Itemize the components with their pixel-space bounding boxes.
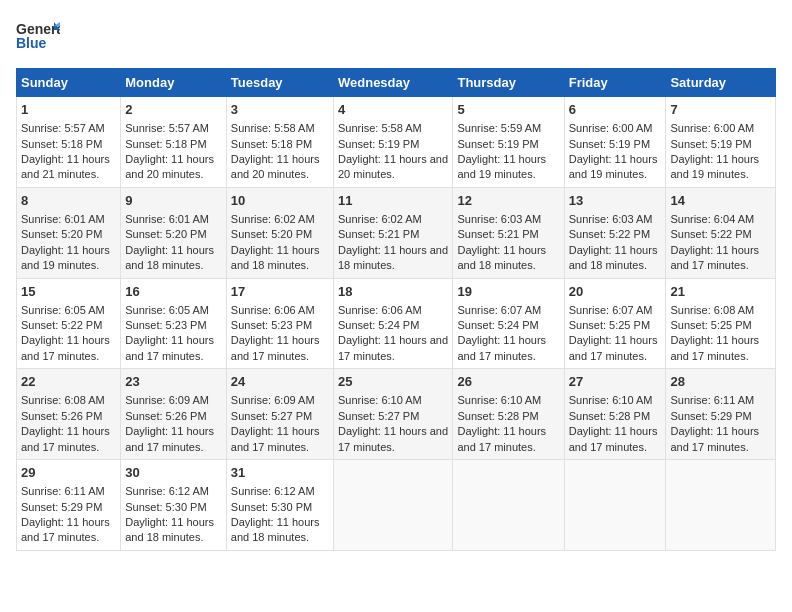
day-cell-17: 17Sunrise: 6:06 AMSunset: 5:23 PMDayligh…	[226, 278, 333, 369]
sunrise-label: Sunrise: 6:11 AM	[670, 394, 754, 406]
sunrise-label: Sunrise: 5:57 AM	[21, 122, 105, 134]
sunset-label: Sunset: 5:26 PM	[125, 410, 206, 422]
day-cell-12: 12Sunrise: 6:03 AMSunset: 5:21 PMDayligh…	[453, 187, 564, 278]
week-row-4: 22Sunrise: 6:08 AMSunset: 5:26 PMDayligh…	[17, 369, 776, 460]
day-number: 8	[21, 192, 116, 210]
calendar-header-row: SundayMondayTuesdayWednesdayThursdayFrid…	[17, 69, 776, 97]
day-cell-22: 22Sunrise: 6:08 AMSunset: 5:26 PMDayligh…	[17, 369, 121, 460]
day-cell-28: 28Sunrise: 6:11 AMSunset: 5:29 PMDayligh…	[666, 369, 776, 460]
daylight-label: Daylight: 11 hours and 17 minutes.	[125, 334, 214, 361]
daylight-label: Daylight: 11 hours and 20 minutes.	[338, 153, 448, 180]
sunset-label: Sunset: 5:20 PM	[21, 228, 102, 240]
daylight-label: Daylight: 11 hours and 17 minutes.	[670, 425, 759, 452]
sunset-label: Sunset: 5:29 PM	[21, 501, 102, 513]
sunrise-label: Sunrise: 6:08 AM	[21, 394, 105, 406]
day-number: 4	[338, 101, 448, 119]
page-header: General Blue	[16, 16, 776, 56]
daylight-label: Daylight: 11 hours and 17 minutes.	[670, 334, 759, 361]
day-cell-29: 29Sunrise: 6:11 AMSunset: 5:29 PMDayligh…	[17, 460, 121, 551]
sunset-label: Sunset: 5:21 PM	[338, 228, 419, 240]
day-number: 1	[21, 101, 116, 119]
day-number: 9	[125, 192, 222, 210]
day-number: 22	[21, 373, 116, 391]
daylight-label: Daylight: 11 hours and 17 minutes.	[338, 334, 448, 361]
col-header-thursday: Thursday	[453, 69, 564, 97]
daylight-label: Daylight: 11 hours and 19 minutes.	[670, 153, 759, 180]
day-cell-21: 21Sunrise: 6:08 AMSunset: 5:25 PMDayligh…	[666, 278, 776, 369]
sunrise-label: Sunrise: 6:10 AM	[457, 394, 541, 406]
sunset-label: Sunset: 5:27 PM	[231, 410, 312, 422]
sunset-label: Sunset: 5:19 PM	[457, 138, 538, 150]
day-number: 15	[21, 283, 116, 301]
day-number: 3	[231, 101, 329, 119]
day-number: 5	[457, 101, 559, 119]
sunrise-label: Sunrise: 6:06 AM	[338, 304, 422, 316]
day-cell-16: 16Sunrise: 6:05 AMSunset: 5:23 PMDayligh…	[121, 278, 227, 369]
sunrise-label: Sunrise: 6:02 AM	[338, 213, 422, 225]
sunset-label: Sunset: 5:28 PM	[569, 410, 650, 422]
sunrise-label: Sunrise: 6:04 AM	[670, 213, 754, 225]
daylight-label: Daylight: 11 hours and 19 minutes.	[21, 244, 110, 271]
daylight-label: Daylight: 11 hours and 17 minutes.	[21, 516, 110, 543]
daylight-label: Daylight: 11 hours and 19 minutes.	[569, 153, 658, 180]
sunset-label: Sunset: 5:20 PM	[125, 228, 206, 240]
sunset-label: Sunset: 5:18 PM	[231, 138, 312, 150]
sunset-label: Sunset: 5:23 PM	[125, 319, 206, 331]
col-header-saturday: Saturday	[666, 69, 776, 97]
sunrise-label: Sunrise: 6:12 AM	[125, 485, 209, 497]
week-row-1: 1Sunrise: 5:57 AMSunset: 5:18 PMDaylight…	[17, 97, 776, 188]
col-header-friday: Friday	[564, 69, 666, 97]
daylight-label: Daylight: 11 hours and 17 minutes.	[457, 425, 546, 452]
day-cell-20: 20Sunrise: 6:07 AMSunset: 5:25 PMDayligh…	[564, 278, 666, 369]
sunrise-label: Sunrise: 6:10 AM	[569, 394, 653, 406]
sunrise-label: Sunrise: 6:07 AM	[569, 304, 653, 316]
empty-cell	[453, 460, 564, 551]
day-number: 2	[125, 101, 222, 119]
day-cell-6: 6Sunrise: 6:00 AMSunset: 5:19 PMDaylight…	[564, 97, 666, 188]
daylight-label: Daylight: 11 hours and 18 minutes.	[338, 244, 448, 271]
sunset-label: Sunset: 5:29 PM	[670, 410, 751, 422]
sunset-label: Sunset: 5:28 PM	[457, 410, 538, 422]
sunrise-label: Sunrise: 6:12 AM	[231, 485, 315, 497]
day-cell-4: 4Sunrise: 5:58 AMSunset: 5:19 PMDaylight…	[333, 97, 452, 188]
sunrise-label: Sunrise: 6:07 AM	[457, 304, 541, 316]
day-number: 29	[21, 464, 116, 482]
sunset-label: Sunset: 5:30 PM	[231, 501, 312, 513]
col-header-wednesday: Wednesday	[333, 69, 452, 97]
daylight-label: Daylight: 11 hours and 17 minutes.	[457, 334, 546, 361]
day-cell-8: 8Sunrise: 6:01 AMSunset: 5:20 PMDaylight…	[17, 187, 121, 278]
day-cell-27: 27Sunrise: 6:10 AMSunset: 5:28 PMDayligh…	[564, 369, 666, 460]
day-cell-30: 30Sunrise: 6:12 AMSunset: 5:30 PMDayligh…	[121, 460, 227, 551]
sunset-label: Sunset: 5:21 PM	[457, 228, 538, 240]
day-cell-31: 31Sunrise: 6:12 AMSunset: 5:30 PMDayligh…	[226, 460, 333, 551]
empty-cell	[333, 460, 452, 551]
daylight-label: Daylight: 11 hours and 17 minutes.	[125, 425, 214, 452]
day-cell-10: 10Sunrise: 6:02 AMSunset: 5:20 PMDayligh…	[226, 187, 333, 278]
sunset-label: Sunset: 5:19 PM	[569, 138, 650, 150]
day-number: 18	[338, 283, 448, 301]
day-number: 26	[457, 373, 559, 391]
day-number: 13	[569, 192, 662, 210]
sunset-label: Sunset: 5:24 PM	[457, 319, 538, 331]
day-cell-5: 5Sunrise: 5:59 AMSunset: 5:19 PMDaylight…	[453, 97, 564, 188]
day-number: 21	[670, 283, 771, 301]
day-cell-3: 3Sunrise: 5:58 AMSunset: 5:18 PMDaylight…	[226, 97, 333, 188]
sunrise-label: Sunrise: 6:08 AM	[670, 304, 754, 316]
day-cell-15: 15Sunrise: 6:05 AMSunset: 5:22 PMDayligh…	[17, 278, 121, 369]
daylight-label: Daylight: 11 hours and 17 minutes.	[231, 334, 320, 361]
daylight-label: Daylight: 11 hours and 18 minutes.	[569, 244, 658, 271]
day-number: 25	[338, 373, 448, 391]
day-cell-9: 9Sunrise: 6:01 AMSunset: 5:20 PMDaylight…	[121, 187, 227, 278]
empty-cell	[666, 460, 776, 551]
day-cell-13: 13Sunrise: 6:03 AMSunset: 5:22 PMDayligh…	[564, 187, 666, 278]
empty-cell	[564, 460, 666, 551]
sunset-label: Sunset: 5:25 PM	[670, 319, 751, 331]
week-row-5: 29Sunrise: 6:11 AMSunset: 5:29 PMDayligh…	[17, 460, 776, 551]
day-cell-1: 1Sunrise: 5:57 AMSunset: 5:18 PMDaylight…	[17, 97, 121, 188]
sunset-label: Sunset: 5:18 PM	[21, 138, 102, 150]
sunset-label: Sunset: 5:23 PM	[231, 319, 312, 331]
sunset-label: Sunset: 5:30 PM	[125, 501, 206, 513]
sunset-label: Sunset: 5:19 PM	[338, 138, 419, 150]
day-number: 27	[569, 373, 662, 391]
day-cell-24: 24Sunrise: 6:09 AMSunset: 5:27 PMDayligh…	[226, 369, 333, 460]
